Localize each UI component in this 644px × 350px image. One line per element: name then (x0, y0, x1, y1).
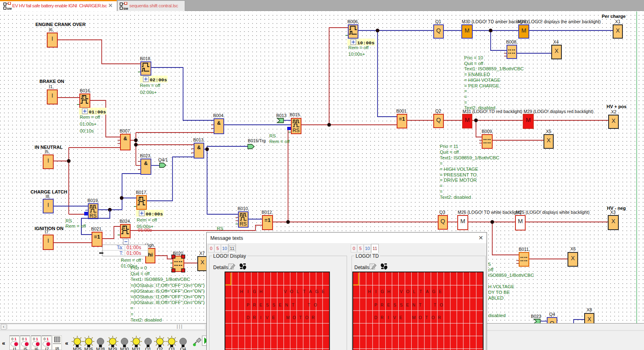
svg-text:=: = (440, 161, 443, 166)
svg-text:Rem = off: Rem = off (137, 217, 157, 222)
svg-text:off: off (488, 267, 493, 272)
svg-text:ISO8859_1/Both/CBC: ISO8859_1/Both/CBC (488, 273, 534, 278)
svg-text:CHARGE LATCH: CHARGE LATCH (31, 189, 67, 194)
svg-text:V: V (400, 289, 403, 294)
svg-text:Q2: Q2 (435, 109, 441, 113)
svg-text:X: X (547, 137, 551, 143)
svg-text:02:00s: 02:00s (150, 77, 167, 83)
svg-text:B001: B001 (396, 109, 406, 113)
svg-text:A: A (309, 289, 312, 294)
svg-text:I5.: I5. (45, 149, 50, 154)
svg-text:B009.: B009. (482, 129, 493, 134)
svg-text:B017.: B017. (136, 190, 147, 195)
svg-text:N: N (413, 303, 415, 307)
svg-text:H: H (240, 289, 242, 294)
svg-text:Q: Q (436, 27, 441, 34)
svg-text:E: E (406, 303, 409, 307)
svg-text:HV + pos: HV + pos (607, 104, 627, 109)
svg-text:DY TO BE: DY TO BE (488, 290, 510, 295)
svg-text:&: & (197, 145, 201, 150)
svg-text:L: L (297, 289, 299, 294)
svg-text:E: E (259, 303, 262, 307)
svg-text:Q1: Q1 (435, 19, 441, 24)
svg-text:=1: =1 (94, 234, 100, 240)
svg-text:T: T (292, 303, 295, 307)
svg-text:=1: =1 (399, 116, 405, 122)
svg-text:Text1: ISO8859_1/Both/CBC: Text1: ISO8859_1/Both/CBC (131, 277, 190, 282)
svg-text:01:00s: 01:00s (89, 109, 106, 115)
svg-text:Per charge: Per charge (602, 14, 626, 19)
svg-text:I: I (247, 289, 249, 294)
svg-text:I: I (388, 315, 389, 320)
svg-text:M: M (518, 218, 523, 224)
svg-text:Quit = off: Quit = off (464, 61, 484, 66)
svg-text:=: = (464, 94, 467, 99)
svg-text:S: S (400, 303, 403, 307)
svg-text:SIM: SIM (7, 7, 12, 10)
svg-text:I: I (375, 289, 377, 294)
svg-text:Prio = 0: Prio = 0 (131, 265, 147, 270)
svg-text:=1: =1 (264, 217, 271, 223)
svg-text:Q4: Q4 (549, 312, 555, 317)
svg-text:I: I (47, 237, 49, 244)
svg-text:X1: X1 (615, 19, 620, 24)
svg-text:X: X (616, 27, 620, 34)
svg-text:= PRESSENT TO.: = PRESSENT TO. (440, 172, 478, 177)
svg-text:I: I (47, 157, 49, 164)
svg-text:=: = (464, 100, 467, 105)
svg-text:M28 (LOGO! displays the amber: M28 (LOGO! displays the amber backlight) (517, 19, 601, 24)
svg-text:=: = (464, 89, 467, 93)
svg-text:=: = (131, 312, 133, 317)
svg-text:R: R (381, 303, 384, 307)
svg-text:Prio = 10: Prio = 10 (464, 55, 483, 60)
svg-text:B015/Trg: B015/Trg (248, 138, 266, 143)
svg-text:X8: X8 (587, 307, 592, 312)
svg-text:H: H (259, 289, 262, 294)
svg-text:X: X (201, 259, 205, 265)
svg-text:I1.: I1. (49, 84, 54, 89)
svg-text:=(IOStatus: I5;Off="OFF";On="O: =(IOStatus: I5;Off="OFF";On="ON") (131, 289, 205, 293)
svg-text:RS: RS (90, 213, 96, 219)
svg-text:I8.: I8. (46, 194, 50, 199)
svg-text:BRAKE ON: BRAKE ON (39, 79, 64, 84)
svg-text:T: T (434, 303, 437, 307)
svg-text:Q3: Q3 (169, 347, 175, 350)
svg-text:=: = (440, 189, 443, 194)
svg-text:Rem = off: Rem = off (80, 115, 100, 120)
svg-text:M26: M26 (84, 347, 93, 350)
svg-text:&: & (217, 120, 220, 126)
svg-text:R: R (253, 315, 255, 320)
svg-text:IN NEUTRAL: IN NEUTRAL (35, 145, 63, 150)
svg-text:O: O (406, 289, 409, 294)
svg-text:Text1: ISO8859_1/Both/CBC: Text1: ISO8859_1/Both/CBC (464, 66, 524, 71)
svg-text:R: R (311, 315, 314, 320)
svg-text:B004.: B004. (213, 113, 225, 118)
svg-text:M: M (286, 315, 290, 320)
svg-text:G: G (381, 289, 384, 294)
svg-text:=(IOStatus: I7;Off="OFF";On="O: =(IOStatus: I7;Off="OFF";On="ON") (131, 283, 205, 288)
svg-text:Ta:: Ta: (117, 245, 123, 250)
svg-text:10:00s+: 10:00s+ (348, 52, 365, 57)
svg-text:M29 (LOGO! displays red backli: M29 (LOGO! displays red backlight) (524, 109, 594, 114)
svg-text:00:00s: 00:00s (146, 211, 163, 217)
svg-text:H: H (368, 289, 371, 294)
svg-text:IGNITION ON: IGNITION ON (35, 226, 63, 231)
svg-text:= ENABLED: = ENABLED (464, 72, 490, 77)
svg-text:P: P (375, 303, 378, 307)
svg-text:H VOLTAGE: H VOLTAGE (488, 284, 514, 289)
svg-text:O: O (305, 315, 308, 320)
svg-text:G: G (253, 289, 256, 294)
svg-text:G: G (432, 289, 435, 294)
svg-text:=: = (131, 306, 133, 311)
svg-text:=(IOStatus: I1;Off="OFF";On="O: =(IOStatus: I1;Off="OFF";On="ON") (131, 294, 205, 299)
svg-text:01:00s: 01:00s (127, 245, 141, 250)
svg-text:R: R (381, 315, 384, 320)
svg-text:B010.: B010. (238, 206, 249, 211)
svg-text:01:00s: 01:00s (127, 250, 141, 256)
svg-text:X: X (554, 48, 559, 54)
svg-text:= PER CHARGE.: = PER CHARGE. (464, 83, 500, 88)
svg-text:B020: B020 (173, 251, 183, 256)
svg-text:SIM: SIM (123, 7, 128, 10)
svg-text:X7: X7 (199, 251, 205, 256)
svg-text:O: O (293, 315, 296, 320)
